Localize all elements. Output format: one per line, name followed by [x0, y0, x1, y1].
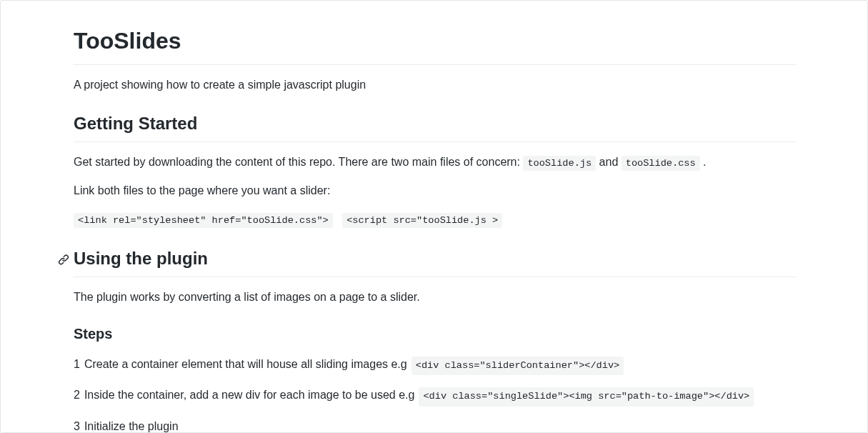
- p1-pre: Get started by downloading the content o…: [74, 156, 523, 168]
- step-text: Initialize the plugin: [84, 418, 179, 433]
- step-text: Create a container element that will hou…: [84, 356, 407, 373]
- readme-container: TooSlides A project showing how to creat…: [0, 0, 868, 433]
- step-row: 3 Initialize the plugin: [74, 418, 796, 433]
- getting-started-heading: Getting Started: [74, 111, 796, 142]
- step-number: 3: [74, 418, 80, 433]
- heading-text: Using the plugin: [74, 249, 208, 268]
- p1-end: .: [703, 156, 706, 168]
- getting-started-code: <link rel="stylesheet" href="tooSlide.cs…: [74, 211, 796, 228]
- getting-started-p2: Link both files to the page where you wa…: [74, 182, 796, 199]
- step-row: 1 Create a container element that will h…: [74, 356, 796, 375]
- link-code: <link rel="stylesheet" href="tooSlide.cs…: [74, 213, 333, 228]
- step-row: 2 Inside the container, add a new div fo…: [74, 387, 796, 406]
- using-p1: The plugin works by converting a list of…: [74, 289, 796, 306]
- heading-text: Getting Started: [74, 114, 197, 133]
- step-code: <div class="sliderContainer"></div>: [411, 357, 624, 375]
- file1-code: tooSlide.js: [523, 156, 596, 171]
- link-icon[interactable]: [58, 254, 69, 266]
- file2-code: tooSlide.css: [622, 156, 700, 171]
- steps-heading: Steps: [74, 323, 796, 344]
- using-plugin-heading: Using the plugin: [74, 246, 796, 277]
- readme-content: TooSlides A project showing how to creat…: [1, 1, 867, 433]
- intro-paragraph: A project showing how to create a simple…: [74, 76, 796, 94]
- title-text: TooSlides: [74, 28, 181, 54]
- p1-mid: and: [599, 156, 622, 168]
- step-number: 1: [74, 356, 80, 373]
- step-number: 2: [74, 387, 80, 404]
- getting-started-p1: Get started by downloading the content o…: [74, 154, 796, 171]
- page-title: TooSlides: [74, 24, 796, 65]
- script-code: <script src="tooSlide.js >: [342, 213, 502, 228]
- step-code: <div class="singleSlide"><img src="path-…: [419, 387, 754, 406]
- step-text: Inside the container, add a new div for …: [84, 387, 415, 404]
